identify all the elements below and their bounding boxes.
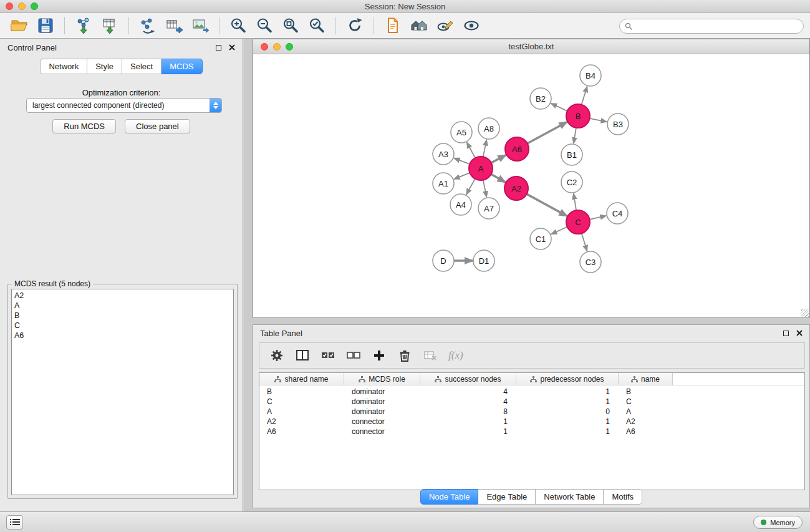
tab-motifs[interactable]: Motifs	[604, 489, 642, 505]
edge-A-A3[interactable]	[454, 158, 470, 164]
node-C4[interactable]: C4	[607, 203, 628, 224]
tab-edge-table[interactable]: Edge Table	[478, 489, 536, 505]
node-C[interactable]: C	[566, 210, 590, 234]
search-input[interactable]	[636, 22, 792, 31]
node-A5[interactable]: A5	[451, 122, 472, 143]
edge-A-A6[interactable]	[491, 155, 506, 163]
node-A2[interactable]: A2	[504, 177, 528, 200]
zoom-selected-button[interactable]	[306, 14, 328, 37]
minimize-window-button[interactable]	[18, 2, 26, 10]
float-panel-icon[interactable]	[783, 331, 789, 336]
table-row[interactable]: Adominator80A	[259, 407, 804, 417]
edge-A-A8[interactable]	[483, 140, 487, 157]
node-A3[interactable]: A3	[433, 143, 454, 165]
memory-button[interactable]: Memory	[753, 516, 803, 529]
result-item-a[interactable]: A	[14, 301, 231, 311]
mcds-result-list[interactable]: A2ABCA6	[11, 289, 234, 495]
node-B[interactable]: B	[566, 104, 590, 128]
network-canvas[interactable]: B4B2BB3A5A8A6B1A3AC2A1A2A4A7CC4C1C3DD1	[253, 54, 809, 317]
tab-node-table[interactable]: Node Table	[420, 489, 479, 505]
node-A[interactable]: A	[469, 157, 493, 180]
function-builder-button[interactable]: f(x)	[448, 349, 463, 362]
edge-B-B1[interactable]	[574, 128, 576, 143]
table-row[interactable]: A2connector11A2	[259, 417, 804, 427]
tab-style[interactable]: Style	[87, 59, 122, 74]
network-minimize-button[interactable]	[273, 43, 281, 51]
edge-A2-C[interactable]	[527, 194, 567, 216]
node-B3[interactable]: B3	[607, 114, 629, 135]
node-A8[interactable]: A8	[478, 118, 499, 139]
edge-A-A5[interactable]	[466, 142, 475, 158]
open-session-document-button[interactable]	[382, 14, 404, 37]
refresh-button[interactable]	[344, 14, 366, 37]
node-A6[interactable]: A6	[505, 137, 529, 161]
edge-C-C4[interactable]	[590, 216, 607, 220]
node-C3[interactable]: C3	[580, 251, 601, 273]
edge-A-A4[interactable]	[466, 179, 475, 195]
tab-mcds[interactable]: MCDS	[162, 59, 202, 74]
edge-C-C1[interactable]	[551, 227, 567, 235]
delete-table-button[interactable]	[423, 348, 438, 363]
edge-B-B4[interactable]	[582, 86, 587, 105]
network-zoom-button[interactable]	[286, 43, 293, 51]
node-B1[interactable]: B1	[561, 144, 582, 165]
result-item-a6[interactable]: A6	[14, 331, 231, 341]
table-row[interactable]: A6connector11A6	[259, 427, 804, 437]
node-D1[interactable]: D1	[473, 250, 494, 271]
import-table-from-file-button[interactable]	[99, 14, 121, 37]
zoom-in-button[interactable]	[227, 14, 249, 37]
node-A7[interactable]: A7	[478, 198, 499, 219]
export-image-button[interactable]	[189, 14, 211, 37]
result-item-c[interactable]: C	[14, 321, 231, 331]
result-item-b[interactable]: B	[14, 311, 231, 321]
table-row[interactable]: Cdominator41C	[259, 397, 804, 407]
node-D[interactable]: D	[433, 250, 454, 271]
table-settings-button[interactable]	[269, 348, 284, 363]
float-panel-icon[interactable]	[216, 45, 221, 51]
show-panels-button[interactable]	[6, 515, 23, 530]
node-C2[interactable]: C2	[561, 172, 582, 193]
edge-A-A7[interactable]	[483, 180, 487, 198]
close-panel-icon[interactable]	[229, 44, 235, 51]
column-header-shared-name[interactable]: shared name	[259, 373, 344, 385]
export-table-button[interactable]	[163, 14, 185, 37]
tab-network[interactable]: Network	[40, 59, 87, 74]
new-network-button[interactable]	[137, 14, 159, 37]
tab-network-table[interactable]: Network Table	[536, 489, 604, 505]
table-row[interactable]: Bdominator41B	[259, 387, 804, 397]
close-panel-button[interactable]: Close panel	[125, 119, 190, 133]
column-header-successor-nodes[interactable]: successor nodes	[420, 373, 516, 385]
search-field[interactable]	[619, 19, 804, 34]
close-panel-icon[interactable]	[796, 330, 803, 336]
zoom-out-button[interactable]	[253, 14, 276, 37]
save-session-button[interactable]	[34, 14, 57, 37]
show-hide-button[interactable]	[460, 14, 483, 37]
open-file-button[interactable]	[8, 14, 31, 37]
tab-select[interactable]: Select	[122, 59, 162, 74]
add-column-button[interactable]	[372, 348, 387, 363]
column-header-mcds-role[interactable]: MCDS role	[344, 373, 420, 385]
node-A4[interactable]: A4	[450, 194, 471, 215]
delete-column-button[interactable]	[397, 348, 412, 363]
node-A1[interactable]: A1	[433, 173, 454, 194]
import-network-from-file-button[interactable]	[72, 14, 95, 37]
split-columns-button[interactable]	[295, 348, 310, 363]
network-window-titlebar[interactable]: testGlobe.txt	[253, 39, 809, 54]
zoom-fit-button[interactable]	[279, 14, 302, 37]
edge-B-B3[interactable]	[590, 118, 607, 122]
visual-style-button[interactable]	[434, 14, 456, 37]
edge-C-C2[interactable]	[574, 193, 576, 210]
edge-B-B2[interactable]	[551, 104, 567, 111]
run-mcds-button[interactable]: Run MCDS	[52, 119, 116, 133]
select-all-columns-button[interactable]	[321, 348, 335, 363]
close-window-button[interactable]	[6, 2, 13, 10]
result-item-a2[interactable]: A2	[14, 291, 231, 301]
node-B2[interactable]: B2	[530, 88, 551, 109]
window-resize-grip[interactable]	[801, 309, 809, 317]
edge-C-C3[interactable]	[582, 233, 587, 251]
network-close-button[interactable]	[261, 43, 268, 51]
column-header-predecessor-nodes[interactable]: predecessor nodes	[516, 373, 619, 385]
edge-A-A1[interactable]	[454, 173, 470, 179]
node-C1[interactable]: C1	[530, 228, 551, 249]
optimization-criterion-select[interactable]: largest connected component (directed)	[26, 98, 222, 113]
